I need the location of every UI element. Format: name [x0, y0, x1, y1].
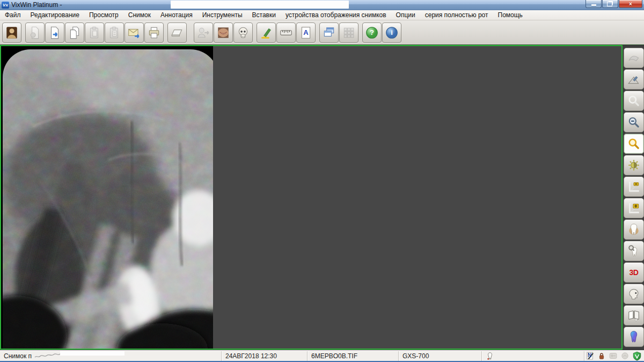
tooth-color-button[interactable] — [624, 327, 644, 347]
status-device-field: GXS-700 — [398, 351, 481, 361]
status-tooth-icon — [486, 352, 494, 360]
zoom-in-icon — [627, 94, 641, 108]
colorized-tooth-icon — [627, 330, 641, 344]
image-notes-button[interactable]: N — [586, 351, 595, 360]
measure-button[interactable] — [276, 23, 296, 43]
disabled-camera-icon — [620, 351, 630, 360]
tile-grid-icon — [342, 26, 356, 40]
pan-tool-button[interactable] — [624, 48, 644, 68]
patient-button[interactable] — [2, 23, 21, 43]
menu-edit[interactable]: Редактирование — [26, 11, 84, 19]
disabled-status-icon-1 — [609, 351, 618, 360]
tooth-inspect-button[interactable] — [624, 241, 644, 261]
patient-arrow-icon — [196, 26, 210, 40]
copy-button[interactable] — [65, 23, 84, 43]
menu-display-devices[interactable]: устройства отображения снимков — [281, 11, 391, 19]
status-patient-text: Снимок п — [4, 352, 32, 360]
brightness-tool-button[interactable] — [624, 155, 644, 175]
status-icon-tray: N — [584, 351, 644, 361]
window-controls: × — [585, 0, 642, 8]
cascade-windows-icon — [322, 26, 336, 40]
titlebar[interactable]: Vx VixWin Platinum - × — [0, 0, 644, 10]
print-icon — [147, 26, 161, 40]
three-d-glyph: 3D — [630, 268, 639, 277]
close-button[interactable]: × — [619, 0, 642, 8]
tooth-icon — [627, 223, 641, 237]
export-image-button[interactable] — [45, 23, 64, 43]
send-patient-button[interactable] — [194, 23, 213, 43]
statusbar: Снимок п 24АВГ2018 12:30 6MEPBO0B.TIF GX… — [0, 350, 644, 362]
xray-image[interactable] — [1, 46, 213, 350]
status-tooth-field — [481, 351, 584, 361]
open-book-icon — [627, 308, 641, 322]
zoom-region-tool-button[interactable] — [624, 134, 644, 154]
marker-icon — [259, 26, 273, 40]
status-device-text: GXS-700 — [402, 352, 429, 360]
paste-icon — [87, 26, 101, 40]
menu-view[interactable]: Просмотр — [84, 11, 123, 19]
skull-icon — [236, 26, 250, 40]
note-n-glyph: N — [588, 352, 591, 358]
email-button[interactable] — [125, 23, 144, 43]
skull-button[interactable] — [233, 23, 253, 43]
menu-options[interactable]: Опции — [391, 11, 420, 19]
image-tools-sidebar: 3D — [623, 45, 644, 351]
scan-button[interactable] — [167, 23, 187, 43]
minimize-button[interactable] — [586, 0, 602, 8]
text-button[interactable]: A — [296, 23, 316, 43]
smile-photo-icon — [216, 26, 230, 40]
menu-inserts[interactable]: Вставки — [247, 11, 281, 19]
draw-tool-button[interactable] — [624, 69, 644, 90]
ceph-button[interactable] — [624, 284, 644, 304]
head-profile-icon — [627, 287, 641, 301]
status-datetime-text: 24АВГ2018 12:30 — [225, 352, 277, 360]
brightness-sun-icon — [627, 158, 641, 172]
status-filename-text: 6MEPBO0B.TIF — [311, 352, 357, 360]
zoom-region-icon — [627, 137, 641, 151]
print-button[interactable] — [144, 23, 164, 43]
menu-image[interactable]: Снимок — [123, 11, 156, 19]
tile-windows-button[interactable] — [339, 23, 358, 43]
redacted-title-area — [171, 1, 349, 9]
three-d-button[interactable]: 3D — [624, 262, 644, 283]
menu-tools[interactable]: Инструменты — [197, 11, 247, 19]
cascade-windows-button[interactable] — [319, 23, 339, 43]
contrast-decrease-button[interactable] — [624, 176, 644, 197]
paste-special-icon — [107, 26, 121, 40]
zoom-in-tool-button[interactable] — [624, 91, 644, 111]
email-icon — [127, 26, 141, 40]
about-button[interactable]: i — [382, 23, 401, 43]
app-logo-icon: Vx — [2, 2, 9, 9]
open-image-button[interactable] — [25, 23, 45, 43]
help-button[interactable]: ? — [362, 23, 382, 43]
library-button[interactable] — [624, 305, 644, 326]
annotate-button[interactable] — [257, 23, 276, 43]
window-title: VixWin Platinum - — [11, 1, 62, 9]
contrast-increase-button[interactable] — [624, 198, 644, 218]
curve-plus-icon — [627, 201, 641, 215]
workspace: 3D — [0, 45, 644, 351]
photo-button[interactable] — [214, 23, 233, 43]
restore-button[interactable] — [602, 0, 618, 8]
paste-special-button[interactable] — [105, 23, 124, 43]
paste-button[interactable] — [85, 23, 104, 43]
status-patient-field: Снимок п — [0, 351, 221, 361]
curve-minus-icon — [627, 180, 641, 194]
menu-annotation[interactable]: Аннотация — [156, 11, 197, 19]
zoom-out-icon — [627, 115, 641, 129]
status-datetime-field: 24АВГ2018 12:30 — [221, 351, 307, 361]
tooth-chart-button[interactable] — [624, 219, 644, 240]
menu-fmx-series[interactable]: серия полностью рот — [420, 11, 493, 19]
disabled-status-icon-2 — [620, 351, 630, 360]
freehand-draw-icon — [627, 72, 641, 86]
info-circle-icon — [385, 26, 399, 40]
disabled-sensor-icon — [609, 351, 618, 360]
ruler-icon — [279, 26, 293, 40]
menu-help[interactable]: Помощь — [493, 11, 528, 19]
restore-icon — [607, 2, 612, 6]
scanner-icon — [170, 26, 184, 40]
menu-file[interactable]: Файл — [0, 11, 26, 19]
zoom-out-tool-button[interactable] — [624, 112, 644, 132]
lock-status-icon[interactable] — [597, 352, 606, 360]
open-file-icon — [28, 26, 42, 40]
